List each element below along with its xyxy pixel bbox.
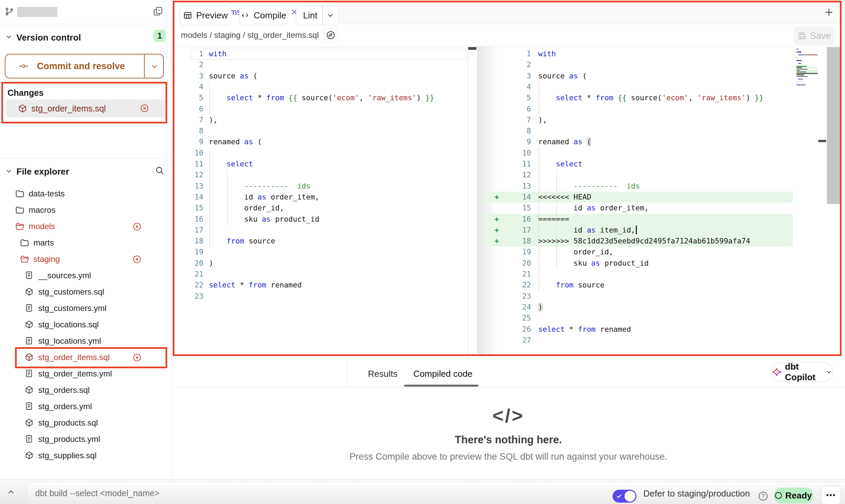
chevron-down-icon[interactable]	[326, 11, 334, 19]
file-item-stg_order_items.sql[interactable]: stg_order_items.sql	[3, 349, 169, 366]
code-line[interactable]: from source	[209, 236, 275, 247]
line-number: 13	[180, 181, 203, 192]
file-item-staging[interactable]: staging	[3, 251, 169, 267]
diff-added-row	[485, 214, 793, 225]
divider	[347, 357, 347, 387]
model-cube-icon	[18, 104, 27, 113]
file-item-macros[interactable]: macros	[3, 202, 169, 218]
code-line[interactable]: order_id,	[209, 203, 284, 214]
preview-button[interactable]: Preview	[180, 5, 231, 25]
copy-icon[interactable]	[153, 6, 163, 17]
discard-change-icon[interactable]	[140, 104, 149, 113]
code-line[interactable]: renamed as (	[209, 136, 262, 148]
code-line[interactable]: =======	[538, 214, 569, 225]
code-line[interactable]: source as (	[209, 71, 257, 82]
code-line[interactable]: select * from {{ source('ecom', 'raw_ite…	[538, 92, 763, 104]
save-button[interactable]: Save	[793, 27, 835, 45]
code-line[interactable]: with	[209, 48, 227, 60]
file-item-marts[interactable]: marts	[3, 235, 169, 251]
discard-change-icon[interactable]	[132, 353, 142, 362]
code-line[interactable]: renamed as (	[538, 136, 591, 148]
discard-change-icon[interactable]	[132, 222, 142, 231]
code-line[interactable]: <<<<<<< HEAD	[538, 192, 591, 203]
code-line[interactable]: sku as product_id	[209, 214, 319, 225]
pane-divider[interactable]	[468, 46, 468, 357]
code-line[interactable]: ),	[209, 115, 218, 126]
code-line[interactable]: order_id,	[538, 247, 613, 258]
command-input[interactable]: dbt build --select <model_name>	[35, 482, 159, 504]
code-line[interactable]: select * from {{ source('ecom', 'raw_ite…	[209, 92, 434, 104]
line-number: 8	[507, 125, 531, 137]
chevron-down-icon[interactable]	[5, 33, 13, 41]
code-line[interactable]: select	[209, 159, 253, 170]
copilot-label: dbt Copilot	[785, 361, 822, 383]
code-line[interactable]: )	[538, 302, 543, 313]
file-item-stg_orders.yml[interactable]: stg_orders.yml	[3, 398, 169, 415]
code-line[interactable]: sku as product_id	[538, 258, 649, 269]
line-number: 15	[180, 203, 203, 214]
file-item-stg_orders.sql[interactable]: stg_orders.sql	[3, 382, 169, 398]
file-item-stg_customers.sql[interactable]: stg_customers.sql	[3, 284, 169, 300]
code-line[interactable]: )	[209, 258, 213, 269]
file-item-data-tests[interactable]: data-tests	[3, 186, 169, 202]
code-line[interactable]: select * from renamed	[209, 280, 302, 291]
minimap-line	[797, 72, 801, 72]
line-number: 7	[507, 115, 531, 126]
code-line[interactable]: id as order_item,	[209, 192, 319, 203]
line-number: 20	[180, 258, 203, 269]
line-number: 18	[180, 236, 203, 247]
new-tab-icon[interactable]	[824, 7, 834, 17]
file-item-__sources.yml[interactable]: __sources.yml	[3, 267, 169, 284]
changes-item-stg-order-items[interactable]: stg_order_items.sql	[6, 100, 165, 117]
more-options-button[interactable]: •••	[821, 486, 841, 504]
lint-button[interactable]: Lint	[296, 5, 339, 25]
code-line[interactable]: ),	[538, 115, 547, 126]
search-icon[interactable]	[155, 166, 164, 175]
git-branch-icon	[5, 7, 14, 16]
help-icon[interactable]: ?	[759, 492, 768, 501]
code-line[interactable]: select * from renamed	[538, 324, 631, 335]
file-item-stg_products.yml[interactable]: stg_products.yml	[3, 431, 169, 447]
discard-change-icon[interactable]	[132, 255, 142, 264]
chevron-down-icon[interactable]	[5, 167, 13, 175]
tab-results[interactable]: Results	[368, 368, 398, 380]
file-item-stg_locations.yml[interactable]: stg_locations.yml	[3, 333, 169, 349]
minimap-line	[797, 74, 804, 75]
chevron-down-icon[interactable]	[150, 62, 159, 71]
minimap-line	[797, 67, 802, 68]
code-line[interactable]: ---------- ids	[209, 181, 311, 192]
file-item-stg_products.sql[interactable]: stg_products.sql	[3, 415, 169, 431]
code-line[interactable]: id as order_item,	[538, 203, 649, 214]
file-item-stg_order_items.yml[interactable]: stg_order_items.yml	[3, 366, 169, 382]
ready-circle-icon	[775, 492, 782, 499]
tab-compiled-code[interactable]: Compiled code	[413, 368, 472, 380]
minimap-line	[797, 69, 801, 70]
code-line[interactable]: ---------- ids	[538, 181, 640, 192]
code-line[interactable]: from source	[538, 280, 604, 291]
file-item-stg_supplies.sql[interactable]: stg_supplies.sql	[3, 447, 169, 464]
code-empty-icon: </>	[172, 404, 845, 427]
file-item-stg_customers.yml[interactable]: stg_customers.yml	[3, 300, 169, 316]
compile-button[interactable]: Compile	[239, 5, 288, 25]
code-line[interactable]: id as item_id,	[538, 225, 637, 236]
code-line[interactable]: with	[538, 48, 556, 60]
table-icon	[183, 11, 192, 20]
defer-toggle[interactable]	[613, 490, 636, 503]
code-line[interactable]: source as (	[538, 71, 587, 82]
lineage-icon[interactable]	[323, 27, 339, 43]
chevron-up-icon[interactable]	[6, 487, 16, 497]
dbt-copilot-button[interactable]: dbt Copilot	[772, 362, 833, 382]
code-line[interactable]: >>>>>>> 58c1dd23d5eebd9cd2495fa7124ab61b…	[538, 236, 750, 247]
doc-icon	[25, 369, 34, 379]
left-pane-scrollbar[interactable]	[468, 47, 476, 50]
breadcrumb-bar: models / staging / stg_order_items.sql	[172, 24, 845, 46]
minimap-line	[797, 49, 798, 49]
code-line[interactable]: select	[538, 159, 582, 170]
file-item-label: stg_products.sql	[38, 415, 98, 431]
commit-and-resolve-button[interactable]: Commit and resolve	[5, 54, 164, 78]
file-item-models[interactable]: models	[3, 218, 169, 235]
dbt-cloud-ide: Version control 1 Commit and resolve Cha…	[0, 0, 845, 504]
editor-scrollbar[interactable]	[827, 47, 840, 204]
file-item-stg_locations.sql[interactable]: stg_locations.sql	[3, 316, 169, 333]
command-panel[interactable]: dbt build --select <model_name> Defer to…	[27, 482, 845, 504]
